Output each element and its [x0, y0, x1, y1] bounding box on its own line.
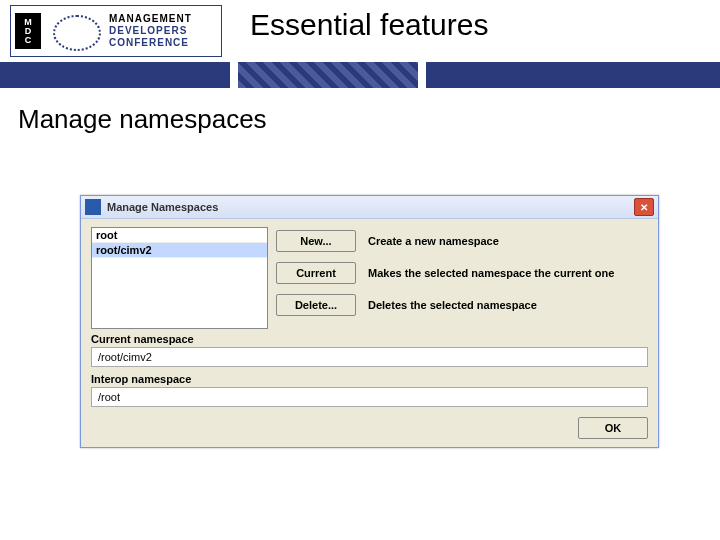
current-namespace-label: Current namespace	[91, 333, 648, 345]
dialog-title: Manage Namespaces	[107, 201, 634, 213]
logo-graphic	[45, 13, 105, 49]
namespace-list[interactable]: root root/cimv2	[91, 227, 268, 329]
section-title: Manage namespaces	[18, 104, 267, 135]
action-desc: Makes the selected namespace the current…	[368, 267, 614, 279]
logo-text: MANAGEMENT DEVELOPERS CONFERENCE	[109, 13, 192, 49]
current-namespace-value: /root/cimv2	[91, 347, 648, 367]
interop-namespace-label: Interop namespace	[91, 373, 648, 385]
ok-button[interactable]: OK	[578, 417, 648, 439]
manage-namespaces-dialog: Manage Namespaces ✕ root root/cimv2 New.…	[80, 195, 659, 448]
new-button[interactable]: New...	[276, 230, 356, 252]
delete-button[interactable]: Delete...	[276, 294, 356, 316]
mdc-badge: MDC	[15, 13, 41, 49]
current-button[interactable]: Current	[276, 262, 356, 284]
close-button[interactable]: ✕	[634, 198, 654, 216]
conference-logo: MDC MANAGEMENT DEVELOPERS CONFERENCE	[10, 5, 222, 57]
dialog-titlebar: Manage Namespaces ✕	[81, 196, 658, 219]
header-bar	[0, 62, 720, 88]
interop-namespace-value: /root	[91, 387, 648, 407]
list-item[interactable]: root	[92, 228, 267, 243]
list-item[interactable]: root/cimv2	[92, 243, 267, 258]
dialog-icon	[85, 199, 101, 215]
action-desc: Create a new namespace	[368, 235, 499, 247]
header-pattern	[230, 62, 426, 88]
close-icon: ✕	[640, 202, 648, 213]
page-title: Essential features	[250, 8, 488, 42]
action-desc: Deletes the selected namespace	[368, 299, 537, 311]
